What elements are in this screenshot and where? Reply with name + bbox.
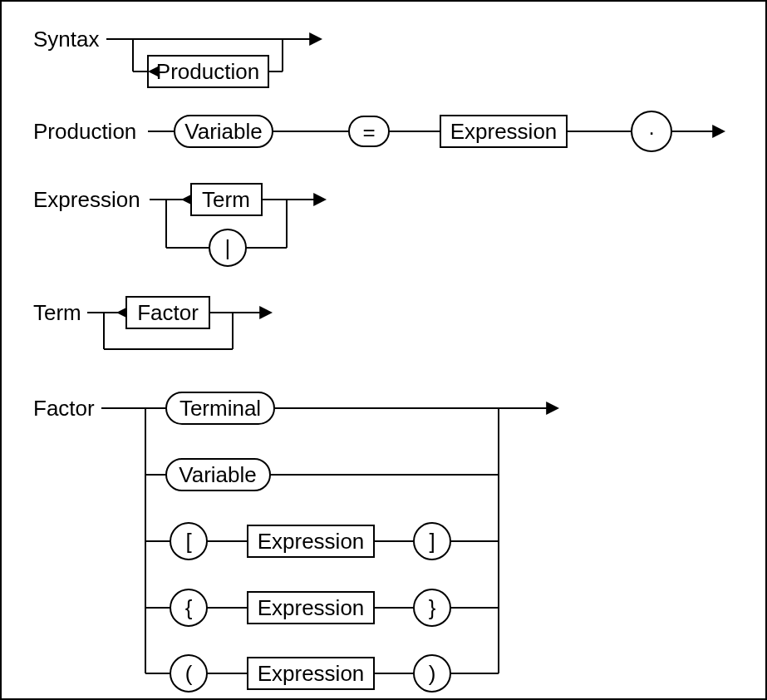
node-production-dot: . — [648, 115, 654, 140]
node-factor-opt-body: Expression — [258, 529, 365, 554]
node-factor-rep-open: { — [185, 595, 193, 620]
node-factor-variable: Variable — [179, 462, 256, 487]
node-syntax-production: Production — [156, 59, 259, 84]
syntax-diagram: Syntax Production Production Variable = … — [0, 0, 767, 700]
node-expression-term: Term — [202, 187, 250, 212]
node-factor-opt-close: ] — [429, 529, 435, 554]
node-factor-rep-body: Expression — [258, 595, 365, 620]
rule-production-label: Production — [33, 119, 136, 144]
svg-marker-25 — [181, 195, 191, 205]
rule-syntax-label: Syntax — [33, 27, 100, 52]
node-expression-pipe: | — [225, 235, 231, 260]
node-production-variable: Variable — [184, 119, 262, 144]
node-production-expression: Expression — [450, 119, 558, 144]
rule-term-label: Term — [33, 300, 81, 325]
node-production-equals: = — [362, 120, 375, 145]
node-factor-grp-open: ( — [185, 661, 193, 686]
svg-marker-32 — [116, 308, 126, 318]
rule-factor-label: Factor — [33, 396, 95, 421]
node-factor-opt-open: [ — [185, 529, 192, 554]
node-factor-grp-body: Expression — [258, 661, 365, 686]
node-factor-grp-close: ) — [429, 661, 436, 686]
node-factor-rep-close: } — [429, 595, 436, 620]
node-term-factor: Factor — [137, 300, 199, 325]
node-factor-terminal: Terminal — [179, 396, 261, 421]
rule-expression-label: Expression — [33, 187, 140, 212]
